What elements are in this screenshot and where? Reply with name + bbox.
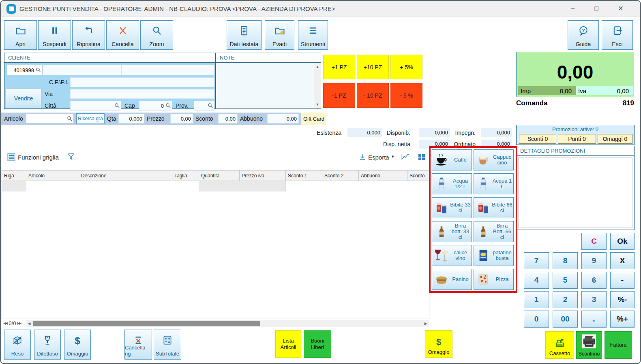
cap-field[interactable]: 0	[139, 101, 172, 111]
numpad-3-key[interactable]: 3	[581, 291, 607, 308]
gift-card-button[interactable]: Gift Card	[301, 113, 326, 125]
hscroll-right-icon[interactable]: ▶	[422, 320, 429, 327]
col-header-sconto-2[interactable]: Sconto 2	[322, 170, 359, 181]
col-header-sconto[interactable]: Sconto	[407, 170, 429, 181]
minimize-button[interactable]: –	[564, 2, 582, 15]
vendite-button[interactable]: Vendite	[6, 89, 41, 108]
minus-10-pz-button[interactable]: - 10 PZ	[357, 83, 389, 108]
product-caffe-button[interactable]: Caffè	[432, 149, 472, 170]
col-header-taglia[interactable]: Taglia	[172, 170, 199, 181]
close-button[interactable]: ×	[611, 2, 630, 15]
numpad-ok-key[interactable]: Ok	[610, 233, 635, 250]
hscroll-left-icon[interactable]: ◀	[26, 320, 32, 327]
customer-name2-field[interactable]	[121, 65, 214, 75]
reso-button[interactable]: Reso	[4, 330, 31, 360]
cancella-button[interactable]: Cancella	[106, 20, 139, 50]
grid-menu-icon[interactable]	[7, 153, 15, 163]
product-patatine-button[interactable]: patatine busta	[474, 245, 514, 266]
product-pizza-button[interactable]: Pizza	[474, 269, 514, 290]
product-calice-vino-button[interactable]: calice vino	[432, 245, 472, 266]
product-acqua-1l-button[interactable]: Acqua 1 L	[474, 173, 514, 194]
funzioni-griglia-label[interactable]: Funzioni griglia	[18, 154, 59, 161]
col-header-riga[interactable]: Riga	[2, 170, 26, 181]
numpad-7-key[interactable]: 7	[524, 252, 549, 269]
punti-button[interactable]: Punti 0	[558, 134, 596, 144]
col-header-articolo[interactable]: Articolo	[26, 170, 79, 181]
search-icon[interactable]	[114, 103, 120, 109]
search-icon[interactable]	[67, 116, 73, 121]
product-bibite-66-button[interactable]: Bibite 66 cl	[474, 197, 514, 218]
product-acqua-12l-button[interactable]: Acqua 1/2 L	[432, 173, 472, 194]
grid-view-icon[interactable]	[418, 153, 426, 163]
ripristina-button[interactable]: Ripristina	[72, 20, 105, 50]
esporta-label[interactable]: Esporta	[368, 154, 389, 161]
numpad-5-key[interactable]: 5	[553, 272, 578, 289]
abbuono-field[interactable]: 0,00	[267, 114, 299, 123]
lista-articoli-button[interactable]: Lista Articoli	[275, 330, 301, 358]
plus-1-pz-button[interactable]: +1 PZ	[323, 55, 355, 79]
horizontal-scrollbar[interactable]	[32, 320, 422, 327]
minus-5-pct-button[interactable]: - 5 %	[390, 83, 422, 108]
esporta-dropdown-icon[interactable]: ▾	[392, 154, 394, 159]
cancella-riga-button[interactable]: Cancella rig	[124, 330, 152, 360]
apri-button[interactable]: Apri	[4, 20, 37, 50]
numpad-c-key[interactable]: C	[581, 233, 607, 250]
product-birra-33-button[interactable]: Birra bott. 33 cl	[432, 221, 472, 242]
numpad-x-key[interactable]: X	[610, 252, 635, 269]
col-header-sconto-1[interactable]: Sconto 1	[286, 170, 322, 181]
omaggio-button[interactable]: $ Omaggio	[64, 330, 91, 360]
numpad-0-key[interactable]: 0	[524, 311, 549, 328]
col-header-descrizione[interactable]: Descrizione	[79, 170, 172, 181]
numpad-2-key[interactable]: 2	[553, 291, 578, 308]
ricerca-gra-button[interactable]: Ricerca gra	[76, 113, 105, 124]
last-record-icon[interactable]: ▶▶	[17, 321, 21, 325]
subtotale-button[interactable]: SubTotale	[154, 330, 181, 360]
citta-field[interactable]	[70, 101, 121, 111]
difettoso-button[interactable]: Difettoso	[34, 330, 61, 360]
numpad-8-key[interactable]: 8	[553, 252, 578, 269]
filter-funnel-icon[interactable]	[66, 152, 75, 163]
first-record-icon[interactable]: ◀◀	[3, 321, 7, 325]
sospendi-button[interactable]: Sospendi	[38, 20, 71, 50]
search-icon[interactable]	[208, 103, 213, 109]
product-panino-button[interactable]: Panino	[432, 269, 472, 290]
guida-button[interactable]: ? Guida	[568, 20, 599, 50]
scroll-down-icon[interactable]: ▼	[314, 101, 321, 108]
omaggio-yellow-button[interactable]: $ Omaggio	[425, 330, 452, 358]
col-header-quantita[interactable]: Quantità	[199, 170, 240, 181]
maximize-button[interactable]: □	[587, 2, 606, 15]
numpad-1-key[interactable]: 1	[524, 291, 549, 308]
numpad-4-key[interactable]: 4	[524, 272, 549, 289]
numpad-pct-plus-key[interactable]: %+	[610, 311, 635, 328]
table-row[interactable]	[199, 181, 286, 192]
product-bibite-33-button[interactable]: Bibite 33 cl	[432, 197, 472, 218]
prezzo-field[interactable]: 0,00	[170, 114, 193, 123]
plus-5-pct-button[interactable]: + 5%	[390, 55, 422, 79]
numpad-minus-key[interactable]: -	[610, 272, 635, 289]
product-cappuccino-button[interactable]: Cappuccino	[474, 149, 514, 170]
note-textarea[interactable]: ▲ ▼	[216, 63, 321, 109]
scroll-up-icon[interactable]: ▲	[314, 64, 321, 70]
col-header-abbuono[interactable]: Abbuono	[359, 170, 407, 181]
numpad-00-key[interactable]: 00	[553, 311, 578, 328]
product-birra-66-button[interactable]: Birra Bott. 66 cl	[474, 221, 514, 242]
numpad-9-key[interactable]: 9	[581, 252, 607, 269]
cassetto-button[interactable]: Cassetto	[545, 331, 574, 359]
col-header-prezzo-iva[interactable]: Prezzo iva	[240, 170, 286, 181]
search-icon[interactable]	[36, 67, 41, 73]
evadi-button[interactable]: Evadi	[265, 20, 294, 50]
plus-10-pz-button[interactable]: +10 PZ	[357, 55, 389, 79]
esci-button[interactable]: Esci	[602, 20, 633, 50]
fattura-button[interactable]: Fattura	[605, 331, 632, 359]
note-scrollbar[interactable]: ▲ ▼	[314, 63, 321, 109]
customer-name-field[interactable]	[43, 65, 122, 75]
dati-testata-button[interactable]: Dati testata	[227, 20, 262, 50]
zoom-button[interactable]: Zoom	[140, 20, 173, 50]
customer-code-field[interactable]: 4019998	[7, 65, 43, 75]
numpad-6-key[interactable]: 6	[581, 272, 607, 289]
prov-field[interactable]	[194, 101, 214, 111]
table-row[interactable]	[2, 181, 26, 192]
sconto-field[interactable]: 0,00	[218, 114, 238, 123]
export-download-icon[interactable]	[358, 153, 367, 163]
qta-field[interactable]: 0,000	[118, 114, 144, 123]
